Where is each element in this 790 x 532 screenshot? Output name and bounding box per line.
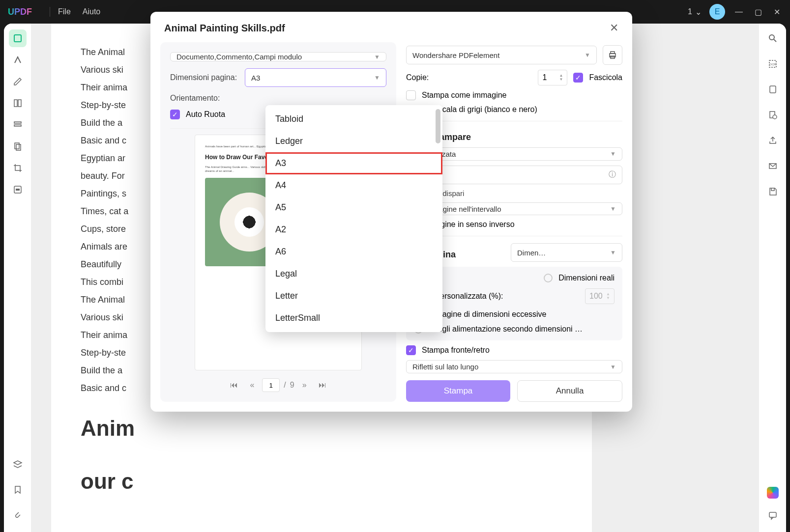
- pager-total: 9: [290, 381, 294, 390]
- page-size-option[interactable]: A2: [265, 219, 442, 241]
- caret-down-icon: ▼: [610, 205, 616, 212]
- stepper-down-icon[interactable]: ▼: [559, 78, 563, 82]
- dialog-close-button[interactable]: ✕: [610, 22, 618, 34]
- pager-first-button[interactable]: ⏮: [226, 379, 242, 392]
- scale-value: 100: [589, 292, 603, 301]
- copies-input[interactable]: 1 ▲▼: [538, 70, 567, 85]
- paper-feed-label: Scegli alimentazione secondo dimensioni …: [429, 325, 583, 334]
- page-size-select[interactable]: A3 ▼: [245, 68, 386, 87]
- page-size-option[interactable]: A3: [265, 152, 442, 174]
- collate-checkbox[interactable]: ✓: [573, 73, 583, 83]
- page-size-option[interactable]: Tabloid: [265, 108, 442, 130]
- help-icon[interactable]: ⓘ: [609, 170, 616, 179]
- pager-current-input[interactable]: [262, 378, 280, 392]
- svg-rect-18: [611, 52, 614, 54]
- print-button[interactable]: Stampa: [406, 380, 510, 402]
- content-type-value: Documento,Commento,Campi modulo: [176, 53, 302, 61]
- pager-sep: /: [284, 381, 286, 390]
- caret-down-icon: ▼: [610, 150, 616, 157]
- page-size-value: A3: [251, 74, 260, 82]
- pager-next-button[interactable]: »: [298, 379, 311, 392]
- collate-label: Fascicola: [589, 73, 622, 82]
- pager-last-button[interactable]: ⏭: [315, 379, 330, 392]
- real-size-label: Dimensioni reali: [558, 274, 614, 282]
- caret-down-icon: ▼: [585, 52, 590, 58]
- page-size-option[interactable]: LetterSmall: [265, 307, 442, 329]
- pager-prev-button[interactable]: «: [246, 379, 258, 392]
- page-size-option[interactable]: A4: [265, 174, 442, 196]
- printer-value: Wondershare PDFelement: [412, 51, 499, 59]
- dialog-title: Animal Painting Skills.pdf: [164, 23, 285, 34]
- page-size-dropdown: TabloidLedgerA3A4A5A2A6LegalLetterLetter…: [265, 105, 442, 332]
- copies-label: Copie:: [406, 73, 532, 82]
- fit-mode-value: Dimen…: [517, 249, 546, 257]
- stepper-down-icon[interactable]: ▼: [606, 296, 610, 300]
- dropdown-scrollbar[interactable]: [436, 109, 440, 143]
- flip-select[interactable]: Rifletti sul lato lungo ▼: [406, 360, 622, 373]
- caret-down-icon: ▼: [610, 364, 616, 370]
- caret-down-icon: ▼: [374, 54, 380, 60]
- cancel-button[interactable]: Annulla: [517, 380, 622, 402]
- page-size-option[interactable]: Letter: [265, 285, 442, 307]
- auto-rotate-label: Auto Ruota: [186, 110, 225, 119]
- real-size-radio[interactable]: [544, 274, 553, 282]
- duplex-checkbox[interactable]: ✓: [406, 345, 416, 355]
- print-as-image-checkbox[interactable]: [406, 90, 416, 100]
- copies-value: 1: [542, 73, 547, 82]
- print-dialog-overlay: Animal Painting Skills.pdf ✕ Documento,C…: [0, 0, 790, 532]
- page-size-option[interactable]: A6: [265, 241, 442, 263]
- orientation-label: Orientamento:: [170, 94, 239, 103]
- print-as-image-label: Stampa come immagine: [422, 91, 507, 100]
- duplex-label: Stampa fronte/retro: [422, 346, 490, 355]
- scale-input[interactable]: 100 ▲▼: [585, 288, 614, 304]
- flip-value: Rifletti sul lato lungo: [412, 363, 478, 371]
- page-size-option[interactable]: Ledger: [265, 130, 442, 152]
- caret-down-icon: ▼: [610, 249, 616, 256]
- page-size-label: Dimensioni pagina:: [170, 73, 239, 82]
- printer-select[interactable]: Wondershare PDFelement ▼: [406, 46, 597, 64]
- caret-down-icon: ▼: [374, 74, 380, 81]
- fit-mode-select[interactable]: Dimen… ▼: [511, 243, 622, 262]
- page-size-option[interactable]: Legal: [265, 263, 442, 285]
- printer-properties-button[interactable]: [603, 45, 622, 65]
- auto-rotate-checkbox[interactable]: ✓: [170, 110, 180, 119]
- content-type-select[interactable]: Documento,Commento,Campi modulo ▼: [170, 52, 386, 61]
- preview-pager: ⏮ « / 9 » ⏭: [170, 378, 386, 392]
- page-size-option[interactable]: A5: [265, 196, 442, 219]
